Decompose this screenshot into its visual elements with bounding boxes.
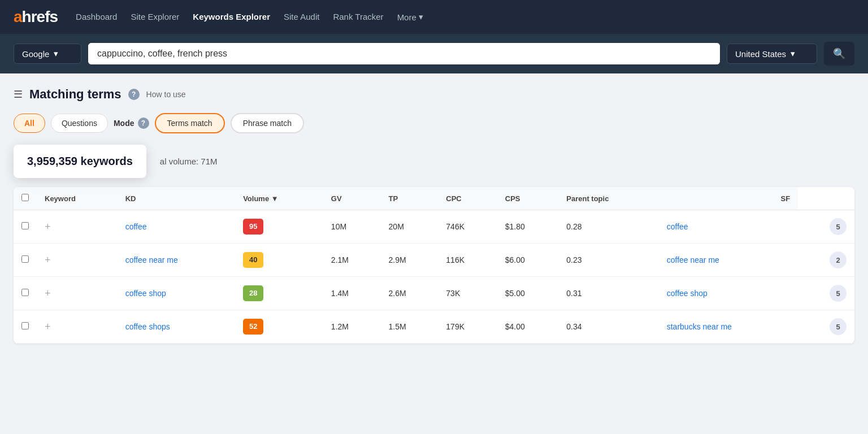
search-input[interactable]: [88, 43, 720, 64]
tab-questions[interactable]: Questions: [51, 114, 108, 133]
mode-label: Mode ?: [114, 118, 149, 129]
add-keyword-button[interactable]: +: [45, 222, 51, 232]
main-content: ☰ Matching terms ? How to use All Questi…: [0, 73, 868, 357]
keyword-cell: coffee shops: [118, 310, 235, 344]
nav-more-button[interactable]: More ▾: [397, 12, 423, 22]
sf-badge: 5: [830, 318, 847, 335]
tp-cell: 746K: [438, 210, 497, 244]
volume-cell: 1.2M: [323, 310, 381, 344]
engine-chevron-icon: ▾: [54, 49, 58, 59]
keyword-cell: coffee shop: [118, 277, 235, 310]
nav-links: Dashboard Site Explorer Keywords Explore…: [76, 12, 423, 22]
how-to-use-link[interactable]: How to use: [146, 90, 186, 99]
row-add-cell: +: [37, 277, 118, 310]
table-row: +coffee9510M20M746K$1.800.28coffee5: [14, 210, 854, 244]
th-kd: KD: [118, 187, 235, 210]
page-header: ☰ Matching terms ? How to use: [14, 87, 854, 102]
row-add-cell: +: [37, 210, 118, 244]
th-keyword: Keyword: [37, 187, 118, 210]
logo[interactable]: ahrefs: [14, 8, 58, 26]
row-checkbox-cell: [14, 277, 37, 310]
row-checkbox[interactable]: [21, 255, 29, 263]
cps-cell: 0.23: [558, 244, 658, 277]
sf-cell: 5: [798, 310, 854, 344]
add-keyword-button[interactable]: +: [45, 322, 51, 332]
nav-dashboard[interactable]: Dashboard: [76, 12, 117, 21]
results-table: Keyword KD Volume ▼ GV TP CPC CPS Parent…: [14, 187, 854, 344]
nav-site-explorer[interactable]: Site Explorer: [131, 12, 179, 21]
top-navigation: ahrefs Dashboard Site Explorer Keywords …: [0, 0, 868, 34]
row-checkbox[interactable]: [21, 322, 29, 329]
kd-cell: 52: [235, 310, 323, 344]
tab-all[interactable]: All: [14, 114, 45, 133]
table-row: +coffee near me402.1M2.9M116K$6.000.23co…: [14, 244, 854, 277]
nav-keywords-explorer[interactable]: Keywords Explorer: [193, 12, 270, 21]
kd-badge: 52: [243, 319, 263, 335]
kd-badge: 28: [243, 285, 263, 301]
row-checkbox[interactable]: [21, 289, 29, 296]
row-checkbox[interactable]: [21, 222, 29, 229]
parent-topic-link[interactable]: coffee shop: [667, 289, 708, 298]
kd-badge: 40: [243, 252, 263, 268]
kd-badge: 95: [243, 219, 263, 235]
cpc-cell: $1.80: [497, 210, 558, 244]
row-checkbox-cell: [14, 310, 37, 344]
table-body: +coffee9510M20M746K$1.800.28coffee5+coff…: [14, 210, 854, 344]
parent-topic-cell: coffee: [659, 210, 798, 244]
row-add-cell: +: [37, 244, 118, 277]
sf-cell: 5: [798, 277, 854, 310]
parent-topic-cell: starbucks near me: [659, 310, 798, 344]
nav-site-audit[interactable]: Site Audit: [284, 12, 319, 21]
country-select[interactable]: United States ▾: [727, 44, 817, 64]
gv-cell: 2.9M: [381, 244, 439, 277]
select-all-checkbox[interactable]: [21, 194, 29, 201]
th-sf: SF: [659, 187, 798, 210]
tab-terms-match[interactable]: Terms match: [155, 113, 225, 133]
th-cps: CPS: [497, 187, 558, 210]
parent-topic-link[interactable]: coffee: [667, 222, 688, 231]
search-bar: Google ▾ United States ▾ 🔍: [0, 34, 868, 73]
cpc-cell: $4.00: [497, 310, 558, 344]
kd-cell: 95: [235, 210, 323, 244]
th-tp: TP: [381, 187, 439, 210]
row-checkbox-cell: [14, 210, 37, 244]
kd-cell: 28: [235, 277, 323, 310]
stats-row: 3,959,359 keywords al volume: 71M: [14, 145, 854, 178]
tab-phrase-match[interactable]: Phrase match: [231, 113, 304, 133]
cpc-cell: $5.00: [497, 277, 558, 310]
add-keyword-button[interactable]: +: [45, 288, 51, 298]
keyword-link[interactable]: coffee shops: [125, 322, 170, 331]
hamburger-icon[interactable]: ☰: [14, 88, 23, 101]
add-keyword-button[interactable]: +: [45, 255, 51, 265]
sf-badge: 2: [830, 251, 847, 268]
country-label: United States: [735, 49, 786, 59]
gv-cell: 1.5M: [381, 310, 439, 344]
parent-topic-cell: coffee near me: [659, 244, 798, 277]
engine-select[interactable]: Google ▾: [14, 44, 81, 64]
parent-topic-link[interactable]: coffee near me: [667, 255, 719, 264]
nav-rank-tracker[interactable]: Rank Tracker: [333, 12, 383, 21]
row-checkbox-cell: [14, 244, 37, 277]
keyword-link[interactable]: coffee near me: [125, 255, 178, 264]
th-gv: GV: [323, 187, 381, 210]
volume-cell: 1.4M: [323, 277, 381, 310]
cpc-cell: $6.00: [497, 244, 558, 277]
th-volume[interactable]: Volume ▼: [235, 187, 323, 210]
parent-topic-link[interactable]: starbucks near me: [667, 322, 732, 331]
cps-cell: 0.28: [558, 210, 658, 244]
keywords-count: 3,959,359 keywords: [27, 155, 133, 167]
results-table-container: Keyword KD Volume ▼ GV TP CPC CPS Parent…: [14, 187, 854, 344]
search-button[interactable]: 🔍: [824, 42, 854, 66]
mode-help-icon[interactable]: ?: [138, 118, 149, 129]
chevron-down-icon: ▾: [419, 12, 423, 22]
keyword-link[interactable]: coffee shop: [125, 289, 166, 298]
keyword-link[interactable]: coffee: [125, 222, 147, 231]
total-volume-label: al volume: 71M: [160, 157, 218, 166]
tp-cell: 73K: [438, 277, 497, 310]
tp-cell: 179K: [438, 310, 497, 344]
sf-cell: 2: [798, 244, 854, 277]
filter-tabs: All Questions Mode ? Terms match Phrase …: [14, 113, 854, 133]
kd-cell: 40: [235, 244, 323, 277]
logo-rest: hrefs: [22, 8, 58, 26]
help-icon[interactable]: ?: [128, 89, 140, 100]
